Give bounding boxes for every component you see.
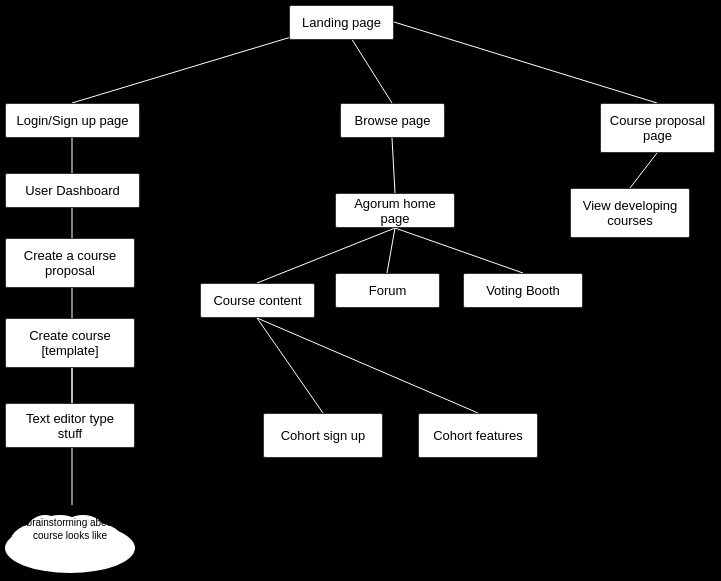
landing-page-node: Landing page [289, 5, 394, 40]
svg-line-5 [630, 153, 657, 188]
text-editor-node: Text editor type stuff [5, 403, 135, 448]
browse-page-node: Browse page [340, 103, 445, 138]
svg-line-2 [394, 22, 657, 103]
agorum-home-node: Agorum home page [335, 193, 455, 228]
svg-line-12 [257, 318, 323, 413]
course-proposal-page-node: Course proposal page [600, 103, 715, 153]
svg-line-9 [395, 228, 523, 273]
user-dashboard-node: User Dashboard [5, 173, 140, 208]
login-signup-node: Login/Sign up page [5, 103, 140, 138]
forum-node: Forum [335, 273, 440, 308]
svg-line-8 [387, 228, 395, 273]
cohort-features-node: Cohort features [418, 413, 538, 458]
svg-line-13 [257, 318, 478, 413]
voting-booth-node: Voting Booth [463, 273, 583, 308]
cohort-signup-node: Cohort sign up [263, 413, 383, 458]
view-developing-node: View developing courses [570, 188, 690, 238]
brainstorm-cloud: more brainstorming about what course loo… [0, 498, 145, 573]
course-content-node: Course content [200, 283, 315, 318]
create-course-proposal-node: Create a course proposal [5, 238, 135, 288]
svg-line-4 [392, 138, 395, 193]
create-course-template-node: Create course [template] [5, 318, 135, 368]
